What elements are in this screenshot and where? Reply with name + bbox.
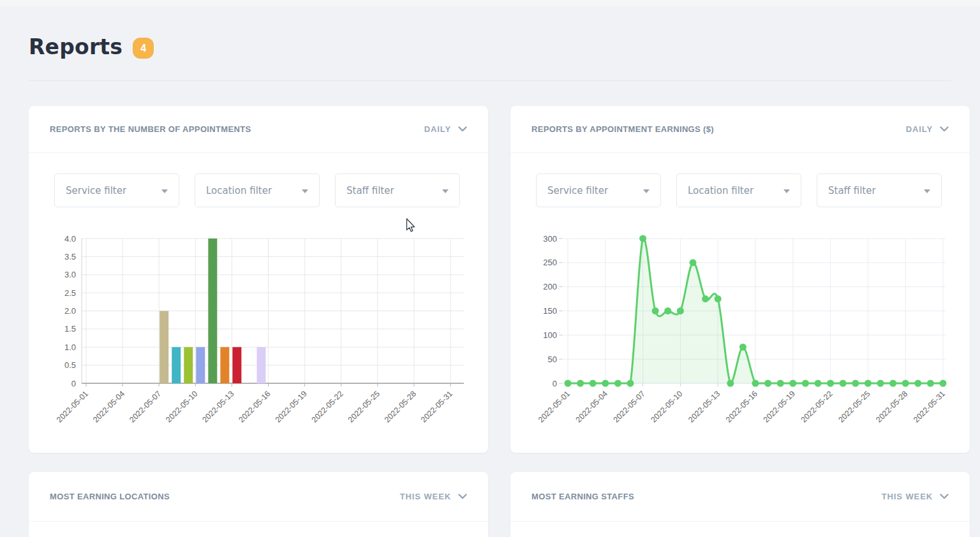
period-dropdown[interactable]: THIS WEEK	[882, 492, 949, 501]
svg-text:0: 0	[553, 379, 557, 388]
svg-text:250: 250	[543, 258, 557, 267]
svg-text:2022-05-22: 2022-05-22	[799, 389, 835, 424]
earnings-report-card: REPORTS BY APPOINTMENT EARNINGS ($) DAIL…	[510, 106, 970, 453]
svg-text:2022-05-19: 2022-05-19	[762, 389, 797, 424]
staff-filter[interactable]: Staff filter	[817, 173, 942, 207]
period-label: THIS WEEK	[882, 492, 933, 501]
service-filter-label: Service filter	[66, 185, 126, 196]
svg-text:0: 0	[71, 379, 76, 388]
svg-text:2022-05-19: 2022-05-19	[274, 389, 309, 424]
caret-down-icon	[924, 189, 930, 193]
period-label: DAILY	[906, 124, 933, 134]
staff-filter[interactable]: Staff filter	[335, 173, 460, 207]
svg-text:2022-05-10: 2022-05-10	[164, 389, 199, 424]
svg-text:100: 100	[543, 330, 557, 340]
caret-down-icon	[643, 189, 650, 193]
earnings-line-chart[interactable]: 0501001502002503002022-05-012022-05-0420…	[510, 222, 970, 452]
chevron-down-icon	[458, 126, 467, 132]
period-dropdown[interactable]: DAILY	[424, 124, 467, 134]
svg-text:0.5: 0.5	[64, 360, 76, 370]
period-dropdown[interactable]: DAILY	[906, 124, 949, 134]
location-filter[interactable]: Location filter	[676, 173, 801, 207]
chevron-down-icon	[458, 494, 467, 499]
svg-text:2022-05-22: 2022-05-22	[310, 389, 345, 424]
chevron-down-icon	[940, 126, 949, 132]
service-filter[interactable]: Service filter	[536, 173, 661, 207]
svg-text:1.5: 1.5	[64, 324, 76, 334]
svg-text:2022-05-28: 2022-05-28	[874, 389, 909, 424]
chevron-down-icon	[940, 494, 949, 499]
caret-down-icon	[161, 189, 168, 193]
service-filter[interactable]: Service filter	[54, 173, 179, 207]
card-body	[510, 522, 970, 537]
service-filter-label: Service filter	[547, 185, 608, 196]
top-strip	[0, 0, 980, 6]
svg-text:4.0: 4.0	[64, 234, 76, 244]
location-filter-label: Location filter	[206, 185, 272, 196]
svg-text:2022-05-04: 2022-05-04	[91, 389, 126, 424]
most-earning-staffs-card: MOST EARNING STAFFS THIS WEEK	[510, 472, 970, 537]
svg-text:2022-05-31: 2022-05-31	[912, 389, 947, 424]
svg-text:2.5: 2.5	[64, 288, 76, 298]
staff-filter-label: Staff filter	[346, 185, 394, 196]
svg-text:2022-05-13: 2022-05-13	[200, 389, 235, 424]
svg-text:2022-05-10: 2022-05-10	[649, 389, 684, 424]
svg-text:3.5: 3.5	[64, 252, 76, 261]
svg-text:50: 50	[548, 355, 557, 364]
period-label: THIS WEEK	[400, 492, 451, 501]
staff-filter-label: Staff filter	[828, 185, 876, 196]
svg-text:2022-05-31: 2022-05-31	[419, 389, 454, 424]
appointments-bar-chart[interactable]: 00.51.01.52.02.53.03.54.02022-05-012022-…	[29, 222, 488, 452]
header-divider	[29, 80, 951, 81]
period-dropdown[interactable]: THIS WEEK	[400, 492, 467, 501]
svg-text:2022-05-01: 2022-05-01	[537, 389, 572, 424]
page-title: Reports	[29, 34, 122, 59]
filters-row: Service filter Location filter Staff fil…	[536, 173, 970, 207]
most-earning-locations-card: MOST EARNING LOCATIONS THIS WEEK	[29, 472, 488, 537]
location-filter[interactable]: Location filter	[195, 173, 320, 207]
appointments-report-card: REPORTS BY THE NUMBER OF APPOINTMENTS DA…	[29, 106, 488, 453]
svg-text:2022-05-16: 2022-05-16	[237, 389, 272, 424]
reports-count-badge: 4	[133, 38, 154, 59]
svg-text:2022-05-16: 2022-05-16	[724, 389, 759, 424]
svg-text:2022-05-28: 2022-05-28	[383, 389, 418, 424]
svg-text:1.0: 1.0	[64, 342, 76, 352]
svg-text:200: 200	[543, 282, 557, 291]
svg-text:2022-05-07: 2022-05-07	[612, 389, 647, 424]
card-title: REPORTS BY APPOINTMENT EARNINGS ($)	[531, 124, 714, 134]
svg-text:2022-05-25: 2022-05-25	[836, 389, 872, 424]
card-title: REPORTS BY THE NUMBER OF APPOINTMENTS	[50, 124, 251, 134]
svg-text:3.0: 3.0	[64, 270, 76, 279]
card-title: MOST EARNING STAFFS	[531, 492, 634, 501]
page-header: Reports 4	[29, 34, 154, 59]
card-body	[29, 522, 488, 537]
svg-text:2022-05-04: 2022-05-04	[574, 389, 609, 424]
period-label: DAILY	[424, 124, 451, 134]
location-filter-label: Location filter	[688, 185, 754, 196]
filters-row: Service filter Location filter Staff fil…	[54, 173, 488, 207]
caret-down-icon	[442, 189, 449, 193]
svg-text:2022-05-01: 2022-05-01	[55, 389, 90, 424]
caret-down-icon	[783, 189, 790, 193]
caret-down-icon	[302, 189, 308, 193]
svg-text:2022-05-13: 2022-05-13	[687, 389, 722, 424]
svg-text:2.0: 2.0	[64, 306, 76, 316]
svg-text:2022-05-25: 2022-05-25	[346, 389, 382, 424]
svg-text:300: 300	[543, 234, 557, 244]
svg-text:150: 150	[543, 306, 557, 316]
card-title: MOST EARNING LOCATIONS	[50, 492, 170, 501]
svg-text:2022-05-07: 2022-05-07	[128, 389, 163, 424]
